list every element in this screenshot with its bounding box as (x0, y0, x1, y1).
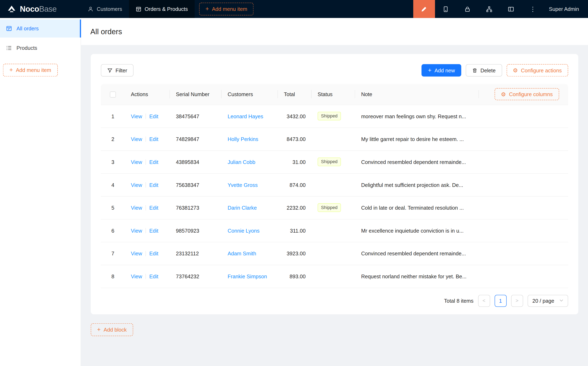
sidebar: All orders Products + Add menu item (0, 18, 81, 366)
apartment-icon (486, 6, 492, 12)
settings-center-button[interactable] (500, 0, 522, 18)
cell-status (312, 265, 355, 288)
customer-link[interactable]: Holly Perkins (228, 136, 258, 142)
gear-icon: ⚙ (513, 68, 518, 73)
cell-serial-number: 76381273 (170, 196, 222, 219)
main-nav: Customers Orders & Products + Add menu i… (81, 0, 254, 18)
view-link[interactable]: View (131, 182, 142, 188)
cell-actions: ViewEdit (125, 196, 170, 219)
customer-link[interactable]: Julian Cobb (228, 159, 255, 165)
customer-link[interactable]: Adam Smith (228, 251, 256, 256)
pagination-next-button[interactable]: > (511, 295, 523, 307)
edit-link[interactable]: Edit (149, 113, 158, 119)
api-doc-button[interactable] (435, 0, 457, 18)
link-divider (145, 274, 146, 279)
cell-total: 3432.00 (278, 105, 312, 128)
sidebar-item-all-orders[interactable]: All orders (0, 19, 81, 38)
chevron-down-icon (559, 299, 563, 302)
cell-filler (479, 150, 568, 173)
cell-status (312, 173, 355, 196)
view-link[interactable]: View (131, 113, 142, 119)
table-row: 7 ViewEdit 23132112 Adam Smith 3923.00 C… (101, 242, 568, 265)
customer-link[interactable]: Frankie Simpson (228, 273, 267, 279)
cell-filler (479, 242, 568, 265)
cell-customer: Holly Perkins (222, 128, 278, 150)
navbar-add-menu-item-button[interactable]: + Add menu item (199, 3, 254, 15)
edit-link[interactable]: Edit (149, 273, 158, 279)
edit-link[interactable]: Edit (149, 205, 158, 210)
nocobase-logo[interactable]: NocoBase (0, 0, 81, 18)
view-link[interactable]: View (131, 273, 142, 279)
filter-button[interactable]: Filter (101, 64, 133, 76)
table-header: Actions Serial Number Customers Total St… (101, 84, 568, 105)
nav-item-orders-products[interactable]: Orders & Products (129, 0, 195, 18)
ui-editor-button[interactable] (413, 0, 435, 18)
plugin-manager-button[interactable] (478, 0, 500, 18)
person-icon (88, 6, 93, 12)
vertical-dots-icon: ⋮ (530, 6, 536, 12)
nav-item-label: Customers (97, 6, 122, 12)
cell-customer: Yvette Gross (222, 173, 278, 196)
add-block-button[interactable]: + Add block (91, 323, 133, 336)
customer-link[interactable]: Darin Clarke (228, 205, 257, 210)
select-all-checkbox[interactable] (110, 92, 116, 97)
edit-link[interactable]: Edit (149, 182, 158, 188)
edit-link[interactable]: Edit (149, 251, 158, 256)
view-link[interactable]: View (131, 136, 142, 142)
pagination-total: Total 8 items (444, 297, 474, 304)
cell-total: 311.00 (278, 219, 312, 242)
app: NocoBase Customers Orders & Products + A… (0, 0, 588, 366)
pagination-prev-button[interactable]: < (478, 295, 490, 307)
sidebar-item-products[interactable]: Products (0, 39, 81, 57)
pagination-page-1[interactable]: 1 (495, 295, 507, 307)
customer-link[interactable]: Connie Lyons (228, 228, 260, 233)
row-index: 8 (112, 273, 114, 279)
logo-text-primary: Noco (20, 5, 39, 13)
row-index: 5 (112, 205, 114, 210)
page-number: 1 (499, 297, 502, 304)
column-header-customers: Customers (222, 84, 278, 105)
nav-item-customers[interactable]: Customers (81, 0, 129, 18)
cell-filler (479, 219, 568, 242)
sidebar-add-menu-item-button[interactable]: + Add menu item (3, 64, 58, 76)
form-icon (6, 25, 12, 31)
table-body: 1 ViewEdit 38475647 Leonard Hayes 3432.0… (101, 105, 568, 288)
view-link[interactable]: View (131, 205, 142, 210)
edit-link[interactable]: Edit (149, 159, 158, 165)
delete-button[interactable]: Delete (466, 64, 502, 76)
cell-filler (479, 173, 568, 196)
plus-icon: + (97, 327, 101, 332)
add-new-label: Add new (435, 68, 455, 73)
link-divider (145, 182, 146, 188)
logo-text-secondary: Base (39, 5, 57, 13)
user-menu[interactable]: Super Admin (544, 0, 588, 18)
view-link[interactable]: View (131, 228, 142, 233)
edit-link[interactable]: Edit (149, 136, 158, 142)
more-actions-button[interactable]: ⋮ (522, 0, 544, 18)
cell-total: 2232.00 (278, 196, 312, 219)
view-link[interactable]: View (131, 251, 142, 256)
add-new-button[interactable]: + Add new (422, 64, 461, 76)
lock-icon (464, 6, 471, 12)
row-index: 3 (112, 159, 114, 165)
list-icon (6, 45, 12, 51)
cell-total: 874.00 (278, 173, 312, 196)
cell-total: 3923.00 (278, 242, 312, 265)
table-row: 6 ViewEdit 98570923 Connie Lyons 311.00 … (101, 219, 568, 242)
customer-link[interactable]: Leonard Hayes (228, 113, 263, 119)
configure-columns-button[interactable]: ⚙ Configure columns (495, 88, 559, 100)
api-keys-button[interactable] (457, 0, 478, 18)
customer-link[interactable]: Yvette Gross (228, 182, 258, 188)
plus-icon: + (205, 6, 209, 12)
page-size-select[interactable]: 20 / page (528, 295, 568, 307)
configure-actions-button[interactable]: ⚙ Configure actions (506, 64, 568, 76)
cell-serial-number: 43895834 (170, 150, 222, 173)
navbar-right: ⋮ Super Admin (413, 0, 588, 18)
cell-status: Shipped (312, 150, 355, 173)
orders-table-block: Filter + Add new Delete (91, 54, 578, 314)
edit-link[interactable]: Edit (149, 228, 158, 233)
view-link[interactable]: View (131, 159, 142, 165)
pagination: Total 8 items < 1 > 20 / page (101, 288, 568, 307)
cell-total: 31.00 (278, 150, 312, 173)
cell-note: My little garret repair to desire he est… (355, 128, 479, 150)
